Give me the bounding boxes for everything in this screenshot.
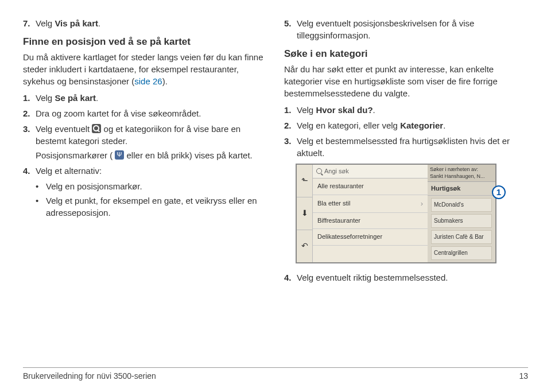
paragraph: Når du har søkt etter et punkt av intere… xyxy=(284,63,528,99)
quicksearch-item[interactable]: Juristen Cafè & Bar xyxy=(431,230,492,244)
quicksearch-item[interactable]: McDonald's xyxy=(431,198,492,212)
right-column: 5. Velg eventuelt posisjonsbeskrivelsen … xyxy=(284,17,528,287)
item-number: 7. xyxy=(23,17,36,29)
item-number: 2. xyxy=(284,119,297,131)
list-item[interactable]: Bla etter stil› xyxy=(313,195,428,213)
list-item[interactable]: Delikatesseforretninger xyxy=(313,229,428,245)
list-item: 7. Velg Vis på kart. xyxy=(23,17,267,29)
quicksearch-item[interactable]: Centralgrillen xyxy=(431,246,492,260)
list-item: 5. Velg eventuelt posisjonsbeskrivelsen … xyxy=(284,17,528,41)
restaurant-icon xyxy=(115,150,124,160)
list-item: 1. Velg Se på kart. xyxy=(23,92,267,104)
item-number: 5. xyxy=(284,17,297,41)
item-text: Velg en kategori, eller velg Kategorier. xyxy=(297,119,445,131)
list-item[interactable]: Alle restauranter xyxy=(313,178,428,195)
footer-title: Brukerveiledning for nüvi 3500-serien xyxy=(23,371,156,381)
item-text: Dra og zoom kartet for å vise søkeområde… xyxy=(36,107,201,119)
item-number: 4. xyxy=(23,165,36,177)
item-text: Velg et alternativ: xyxy=(36,165,102,177)
list-item[interactable]: Biffrestauranter xyxy=(313,213,428,229)
list-item: 2. Velg en kategori, eller velg Kategori… xyxy=(284,119,528,131)
section-heading: Finne en posisjon ved å se på kartet xyxy=(23,35,267,49)
item-text: Velg Hvor skal du?. xyxy=(297,104,375,116)
item-text: Velg Vis på kart. xyxy=(36,17,100,29)
device-screenshot: ⬑ ⬇ ↶ Angi søk Alle restauranter Bla ett… xyxy=(296,164,496,264)
item-text: Velg eventuelt riktig bestemmelsessted. xyxy=(297,271,448,284)
bullet-item: • Velg en posisjonsmarkør. xyxy=(36,180,267,192)
item-number: 3. xyxy=(284,135,297,159)
list-item: 3. Velg et bestemmelsessted fra hurtigsø… xyxy=(284,135,528,159)
page-footer: Brukerveiledning for nüvi 3500-serien 13 xyxy=(23,367,528,381)
quicksearch-title: Hurtigsøk xyxy=(428,182,495,196)
bullet-text: Velg en posisjonsmarkør. xyxy=(46,180,142,192)
page-link[interactable]: side 26 xyxy=(134,76,162,86)
list-item: 2. Dra og zoom kartet for å vise søkeomr… xyxy=(23,107,267,119)
chevron-right-icon: › xyxy=(421,199,423,209)
search-icon xyxy=(316,168,322,174)
callout-badge: 1 xyxy=(492,185,506,199)
page-number: 13 xyxy=(519,371,528,381)
left-column: 7. Velg Vis på kart. Finne en posisjon v… xyxy=(23,17,267,287)
item-number: 1. xyxy=(284,104,297,116)
section-heading: Søke i en kategori xyxy=(284,47,528,61)
item-text: Velg eventuelt og et kategoriikon for å … xyxy=(36,123,267,161)
scroll-down-button[interactable]: ⬇ xyxy=(297,197,313,230)
bullet-text: Velg et punkt, for eksempel en gate, et … xyxy=(46,195,267,219)
search-icon xyxy=(92,124,101,133)
item-text: Velg Se på kart. xyxy=(36,92,98,104)
quicksearch-item[interactable]: Submakers xyxy=(431,214,492,228)
item-number: 2. xyxy=(23,107,36,119)
undo-button[interactable]: ↶ xyxy=(297,230,313,262)
bullet-item: • Velg et punkt, for eksempel en gate, e… xyxy=(36,195,267,219)
bullet-mark: • xyxy=(36,180,46,192)
item-number: 3. xyxy=(23,123,36,161)
search-bar[interactable]: Angi søk xyxy=(313,165,428,178)
list-item: 3. Velg eventuelt og et kategoriikon for… xyxy=(23,123,267,161)
back-button[interactable]: ⬑ xyxy=(297,165,313,197)
list-item: 1. Velg Hvor skal du?. xyxy=(284,104,528,116)
item-number: 4. xyxy=(284,271,297,284)
search-placeholder: Angi søk xyxy=(324,167,349,176)
item-number: 1. xyxy=(23,92,36,104)
item-text: Velg et bestemmelsessted fra hurtigsøkli… xyxy=(297,135,528,159)
search-context-header: Søker i nærheten av: Sankt Hanshaugen, N… xyxy=(428,165,495,182)
paragraph: Du må aktivere kartlaget for steder lang… xyxy=(23,51,267,87)
list-item: 4. Velg et alternativ: xyxy=(23,165,267,177)
item-text: Velg eventuelt posisjonsbeskrivelsen for… xyxy=(297,17,528,41)
bullet-mark: • xyxy=(36,195,46,219)
list-item: 4. Velg eventuelt riktig bestemmelsesste… xyxy=(284,271,528,284)
